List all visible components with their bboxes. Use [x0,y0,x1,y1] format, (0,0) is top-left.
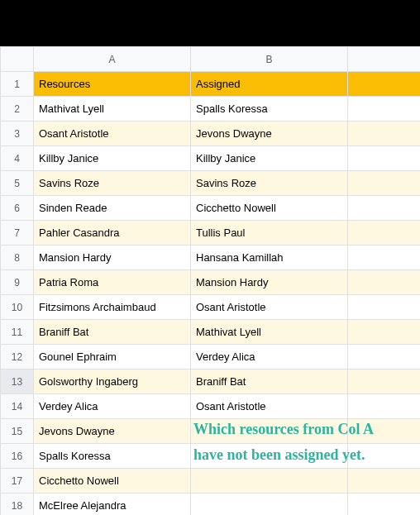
cell[interactable]: Spalls Koressa [34,444,191,469]
table-row: 1ResourcesAssigned [1,72,421,97]
cell[interactable]: Pahler Casandra [34,221,191,246]
cell[interactable]: Sinden Reade [34,196,191,221]
cell[interactable] [348,196,421,221]
cell[interactable] [348,370,421,394]
cell[interactable] [348,320,421,345]
cell[interactable]: Spalls Koressa [191,97,348,122]
cell[interactable] [191,444,348,469]
row-header[interactable]: 9 [1,270,34,295]
cell[interactable]: Mansion Hardy [191,270,348,295]
table-row: 15Jevons Dwayne [1,419,421,444]
cell[interactable] [348,444,421,469]
cell[interactable]: Hansana Kamillah [191,246,348,270]
cell[interactable]: Golsworthy Ingaberg [34,370,191,394]
table-row: 16Spalls Koressa [1,444,421,469]
cell[interactable]: Osant Aristotle [191,394,348,419]
table-row: 18McElree Alejandra [1,494,421,516]
row-header[interactable]: 2 [1,97,34,122]
cell[interactable]: Cicchetto Nowell [191,196,348,221]
table-row: 10Fitzsimons ArchaimbaudOsant Aristotle [1,295,421,320]
cell[interactable] [348,270,421,295]
cell[interactable] [191,469,348,494]
cell[interactable]: Braniff Bat [34,320,191,345]
row-header[interactable]: 10 [1,295,34,320]
row-header[interactable]: 6 [1,196,34,221]
cell[interactable] [348,221,421,246]
table-row: 4Killby JaniceKillby Janice [1,146,421,171]
cell[interactable]: Killby Janice [34,146,191,171]
table-row: 12Gounel EphraimVerdey Alica [1,345,421,370]
row-header[interactable]: 1 [1,72,34,97]
cell[interactable] [348,419,421,444]
cell[interactable] [348,469,421,494]
row-header[interactable]: 12 [1,345,34,370]
row-header[interactable]: 17 [1,469,34,494]
cell[interactable]: Killby Janice [191,146,348,171]
cell[interactable]: Osant Aristotle [34,122,191,146]
cell[interactable]: Mathivat Lyell [34,97,191,122]
row-header[interactable]: 8 [1,246,34,270]
cell[interactable]: Mathivat Lyell [191,320,348,345]
cell[interactable] [348,246,421,270]
grid-table: A B 1ResourcesAssigned2Mathivat LyellSpa… [0,46,420,515]
row-header[interactable]: 13 [1,370,34,394]
cell[interactable]: Assigned [191,72,348,97]
table-row: 7Pahler CasandraTullis Paul [1,221,421,246]
table-row: 13Golsworthy IngabergBraniff Bat [1,370,421,394]
cell[interactable] [191,494,348,516]
cell[interactable] [191,419,348,444]
cell[interactable]: Resources [34,72,191,97]
table-row: 8Mansion HardyHansana Kamillah [1,246,421,270]
cell[interactable]: Mansion Hardy [34,246,191,270]
cell[interactable]: Savins Roze [34,171,191,196]
table-row: 17Cicchetto Nowell [1,469,421,494]
cell[interactable]: Patria Roma [34,270,191,295]
table-row: 6Sinden ReadeCicchetto Nowell [1,196,421,221]
column-header-A[interactable]: A [34,47,191,72]
cell[interactable] [348,146,421,171]
row-header[interactable]: 5 [1,171,34,196]
table-row: 9Patria RomaMansion Hardy [1,270,421,295]
cell[interactable]: Savins Roze [191,171,348,196]
column-header-B[interactable]: B [191,47,348,72]
cell[interactable] [348,295,421,320]
table-row: 5Savins RozeSavins Roze [1,171,421,196]
row-header[interactable]: 16 [1,444,34,469]
cell[interactable]: McElree Alejandra [34,494,191,516]
table-row: 2Mathivat LyellSpalls Koressa [1,97,421,122]
cell[interactable]: Gounel Ephraim [34,345,191,370]
cell[interactable] [348,72,421,97]
cell[interactable] [348,97,421,122]
spreadsheet: A B 1ResourcesAssigned2Mathivat LyellSpa… [0,46,420,515]
row-header[interactable]: 4 [1,146,34,171]
cell[interactable]: Cicchetto Nowell [34,469,191,494]
row-header[interactable]: 7 [1,221,34,246]
cell[interactable] [348,122,421,146]
cell[interactable]: Fitzsimons Archaimbaud [34,295,191,320]
table-row: 11Braniff BatMathivat Lyell [1,320,421,345]
cell[interactable] [348,345,421,370]
top-blackbar [0,0,420,46]
row-header[interactable]: 15 [1,419,34,444]
row-header[interactable]: 11 [1,320,34,345]
row-header[interactable]: 18 [1,494,34,516]
column-header-row: A B [1,47,421,72]
table-row: 3Osant AristotleJevons Dwayne [1,122,421,146]
column-header-C[interactable] [348,47,421,72]
cell[interactable] [348,394,421,419]
row-header[interactable]: 14 [1,394,34,419]
table-row: 14Verdey AlicaOsant Aristotle [1,394,421,419]
cell[interactable]: Tullis Paul [191,221,348,246]
row-header[interactable]: 3 [1,122,34,146]
cell[interactable]: Jevons Dwayne [34,419,191,444]
cell[interactable]: Osant Aristotle [191,295,348,320]
cell[interactable] [348,494,421,516]
cell[interactable] [348,171,421,196]
corner-cell[interactable] [1,47,34,72]
cell[interactable]: Jevons Dwayne [191,122,348,146]
cell[interactable]: Verdey Alica [34,394,191,419]
cell[interactable]: Braniff Bat [191,370,348,394]
cell[interactable]: Verdey Alica [191,345,348,370]
